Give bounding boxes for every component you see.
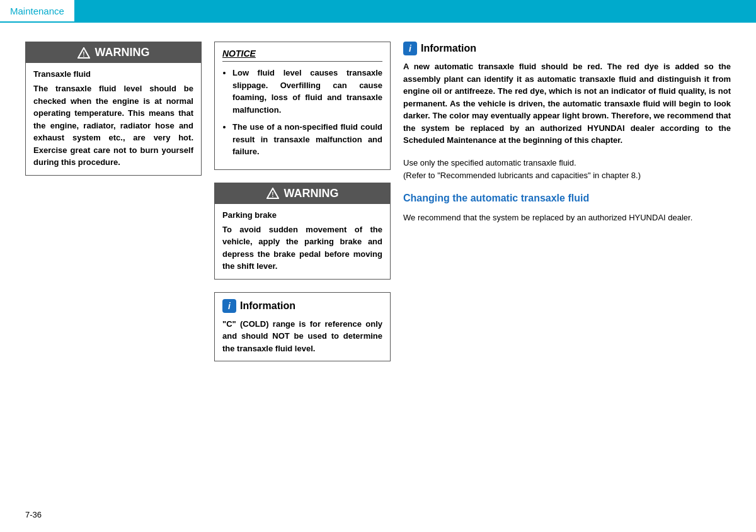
svg-text:!: ! [83, 51, 84, 58]
notice-header: NOTICE [222, 48, 382, 62]
warning-header-1: ! WARNING [26, 42, 201, 63]
warning-label-2: WARNING [284, 187, 339, 200]
info-i-middle: i [228, 301, 231, 311]
info-box-right: i Information A new automatic transaxle … [403, 42, 731, 147]
header-title: Maintenance [10, 6, 64, 16]
warning-text-2: To avoid sudden movement of the vehicle,… [222, 224, 382, 273]
right-body-text-1: Use only the specified automatic transax… [403, 157, 731, 183]
middle-column: NOTICE Low fluid level causes transaxle … [214, 42, 391, 374]
info-title-right: Information [421, 43, 476, 54]
warning-header-2: ! WARNING [215, 183, 390, 204]
warning-body-2: Parking brake To avoid sudden movement o… [215, 204, 390, 279]
svg-text:!: ! [272, 191, 273, 198]
section-heading-changing: Changing the automatic transaxle fluid [403, 191, 731, 205]
header-title-block: Maintenance [0, 0, 74, 21]
warning-triangle-icon-1: ! [77, 47, 90, 59]
info-title-middle: Information [240, 300, 295, 312]
warning-label-1: WARNING [95, 46, 150, 59]
notice-box: NOTICE Low fluid level causes transaxle … [214, 42, 391, 170]
info-header-right: i Information [403, 42, 731, 55]
content-area: ! WARNING Transaxle fluid The transaxle … [0, 23, 756, 399]
info-body-right: A new automatic transaxle fluid should b… [403, 60, 731, 147]
info-text-middle: "C" (COLD) range is for reference only a… [222, 318, 382, 355]
warning-box-parking: ! WARNING Parking brake To avoid sudden … [214, 183, 391, 280]
warning-subheading-2: Parking brake [222, 210, 382, 220]
header-blue-bar [74, 0, 756, 21]
info-body-middle: "C" (COLD) range is for reference only a… [222, 318, 382, 355]
info-text-right: A new automatic transaxle fluid should b… [403, 60, 731, 147]
info-icon-right: i [403, 42, 417, 55]
right-body-text-2: We recommend that the system be replaced… [403, 212, 731, 225]
page-number: 7-36 [25, 510, 42, 519]
page-header: Maintenance [0, 0, 756, 23]
info-i-right: i [409, 43, 411, 54]
left-column: ! WARNING Transaxle fluid The transaxle … [25, 42, 202, 374]
warning-box-transaxle: ! WARNING Transaxle fluid The transaxle … [25, 42, 202, 176]
info-icon-middle: i [222, 299, 236, 313]
warning-triangle-icon-2: ! [266, 187, 279, 200]
notice-item-2: The use of a non-specified fluid could r… [232, 121, 382, 158]
right-column: i Information A new automatic transaxle … [403, 42, 731, 374]
notice-item-1: Low fluid level causes transaxle slippag… [232, 67, 382, 116]
info-box-middle: i Information "C" (COLD) range is for re… [214, 292, 391, 362]
notice-body: Low fluid level causes transaxle slippag… [222, 67, 382, 158]
info-header-middle: i Information [222, 299, 382, 313]
warning-body-1: Transaxle fluid The transaxle fluid leve… [26, 63, 201, 175]
warning-text-1: The transaxle fluid level should be chec… [33, 82, 193, 169]
warning-subheading-1: Transaxle fluid [33, 69, 193, 79]
